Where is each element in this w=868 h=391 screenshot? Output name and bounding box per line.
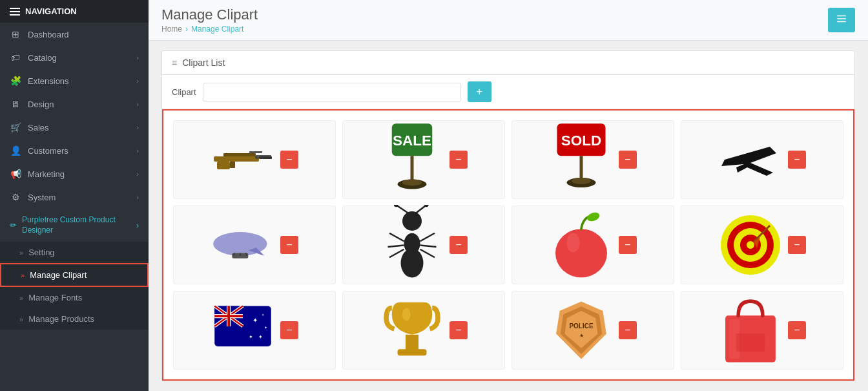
extensions-icon: 🧩: [10, 76, 21, 86]
sidebar-item-design[interactable]: 🖥 Design ›: [0, 92, 149, 116]
add-clipart-button[interactable]: +: [468, 81, 491, 102]
sidebar-item-label: Extensions: [28, 76, 69, 86]
bullet-icon: »: [19, 249, 23, 257]
svg-text:POLICE: POLICE: [569, 322, 594, 330]
svg-text:✦: ✦: [264, 325, 267, 330]
ant-svg: [380, 205, 444, 286]
svg-line-30: [396, 205, 408, 213]
sidebar-item-dashboard[interactable]: ⊞ Dashboard: [0, 23, 149, 46]
svg-point-40: [555, 229, 607, 277]
sidebar-header: NAVIGATION: [0, 0, 149, 23]
sidebar-item-system[interactable]: ⚙ System ›: [0, 185, 149, 209]
clipart-image-ant: [380, 213, 444, 277]
clipart-image-blimp: [211, 213, 275, 277]
svg-rect-18: [580, 156, 583, 178]
search-bar: Clipart +: [162, 75, 854, 109]
page-title-area: Manage Clipart Home › Manage Clipart: [161, 6, 258, 34]
gun-svg: [211, 143, 275, 176]
sidebar: NAVIGATION ⊞ Dashboard 🏷 Catalog › 🧩 Ext…: [0, 0, 149, 391]
sidebar-title: NAVIGATION: [25, 6, 77, 16]
svg-line-35: [388, 245, 404, 247]
svg-text:SOLD: SOLD: [561, 132, 602, 149]
sidebar-item-sales[interactable]: 🛒 Sales ›: [0, 116, 149, 139]
sidebar-item-customers[interactable]: 👤 Customers ›: [0, 139, 149, 162]
remove-button-sale[interactable]: −: [450, 151, 468, 169]
svg-rect-1: [837, 18, 846, 19]
svg-rect-72: [736, 334, 765, 352]
remove-button-bag[interactable]: −: [788, 321, 806, 339]
chevron-right-icon: ›: [136, 220, 139, 230]
svg-text:SALE: SALE: [393, 132, 431, 149]
svg-rect-7: [230, 162, 235, 168]
search-label: Clipart: [172, 87, 196, 97]
svg-point-29: [401, 248, 424, 277]
search-input[interactable]: [203, 83, 461, 101]
svg-rect-5: [249, 151, 262, 153]
clipart-item-apple: −: [512, 206, 674, 284]
svg-text:★: ★: [579, 333, 584, 339]
clipart-item-gun: −: [173, 120, 336, 199]
breadcrumb-home[interactable]: Home: [161, 25, 182, 34]
remove-button-trophy[interactable]: −: [450, 321, 468, 339]
bullet-icon: »: [19, 315, 23, 323]
sidebar-item-marketing[interactable]: 📢 Marketing ›: [0, 162, 149, 185]
remove-button-police[interactable]: −: [619, 321, 637, 339]
top-action-button[interactable]: [828, 8, 855, 32]
sidebar-item-extensions[interactable]: 🧩 Extensions ›: [0, 69, 149, 92]
sidebar-item-manage-products[interactable]: » Manage Products: [0, 308, 149, 330]
svg-point-27: [402, 211, 422, 231]
clipart-item-trophy: −: [342, 291, 505, 370]
svg-point-41: [586, 211, 601, 223]
bag-svg: [718, 294, 783, 366]
sidebar-item-manage-fonts[interactable]: » Manage Fonts: [0, 287, 149, 308]
svg-point-20: [572, 178, 591, 184]
svg-point-15: [402, 179, 422, 185]
svg-text:✦: ✦: [258, 334, 263, 340]
plugin-section-header[interactable]: ✏ Purpletree Custom Product Designer ›: [0, 209, 149, 242]
breadcrumb-separator: ›: [185, 25, 188, 34]
svg-rect-10: [259, 156, 272, 159]
topbar: Manage Clipart Home › Manage Clipart: [149, 0, 868, 41]
sidebar-item-label: Catalog: [28, 53, 57, 63]
chevron-right-icon: ›: [136, 170, 139, 178]
bullet-icon: »: [19, 294, 23, 302]
clipart-item-blimp: −: [173, 206, 336, 284]
remove-button-sold[interactable]: −: [619, 151, 637, 169]
plugin-icon: ✏: [10, 220, 17, 230]
remove-button-plane[interactable]: −: [788, 151, 806, 169]
system-icon: ⚙: [10, 192, 21, 202]
sidebar-item-catalog[interactable]: 🏷 Catalog ›: [0, 46, 149, 69]
svg-rect-65: [406, 334, 418, 350]
clipart-item-police: POLICE ★ −: [512, 291, 674, 370]
sidebar-item-setting[interactable]: » Setting: [0, 242, 149, 263]
remove-button-gun[interactable]: −: [280, 151, 298, 169]
sub-item-label: Manage Fonts: [28, 293, 82, 302]
police-svg: POLICE ★: [549, 298, 614, 363]
sub-item-label: Manage Clipart: [30, 270, 87, 280]
sales-icon: 🛒: [10, 122, 21, 132]
plane-svg: [718, 134, 783, 185]
list-icon: ≡: [172, 58, 177, 68]
remove-button-flag[interactable]: −: [280, 321, 298, 339]
main-content: Manage Clipart Home › Manage Clipart ≡ C…: [149, 0, 868, 391]
chevron-right-icon: ›: [136, 100, 139, 108]
remove-button-target[interactable]: −: [788, 236, 806, 254]
svg-text:✦: ✦: [253, 317, 258, 324]
remove-button-blimp[interactable]: −: [280, 236, 298, 254]
remove-button-apple[interactable]: −: [619, 236, 637, 254]
panel-title: Clipart List: [182, 58, 225, 68]
sub-item-label: Manage Products: [28, 314, 94, 324]
svg-rect-3: [214, 156, 259, 162]
svg-text:✦: ✦: [249, 334, 253, 340]
clipart-image-police: POLICE ★: [549, 298, 614, 363]
svg-point-47: [747, 241, 754, 249]
svg-rect-13: [411, 156, 414, 180]
svg-text:✦: ✦: [262, 313, 264, 317]
sidebar-item-label: Dashboard: [28, 30, 69, 39]
remove-button-ant[interactable]: −: [450, 236, 468, 254]
chevron-right-icon: ›: [136, 54, 139, 61]
sidebar-item-manage-clipart[interactable]: » Manage Clipart: [0, 263, 149, 287]
clipart-item-flag: ✦ ✦ ✦ ✦ ✦ −: [173, 291, 336, 370]
sub-item-label: Setting: [28, 248, 54, 257]
clipart-item-plane: −: [681, 120, 843, 199]
